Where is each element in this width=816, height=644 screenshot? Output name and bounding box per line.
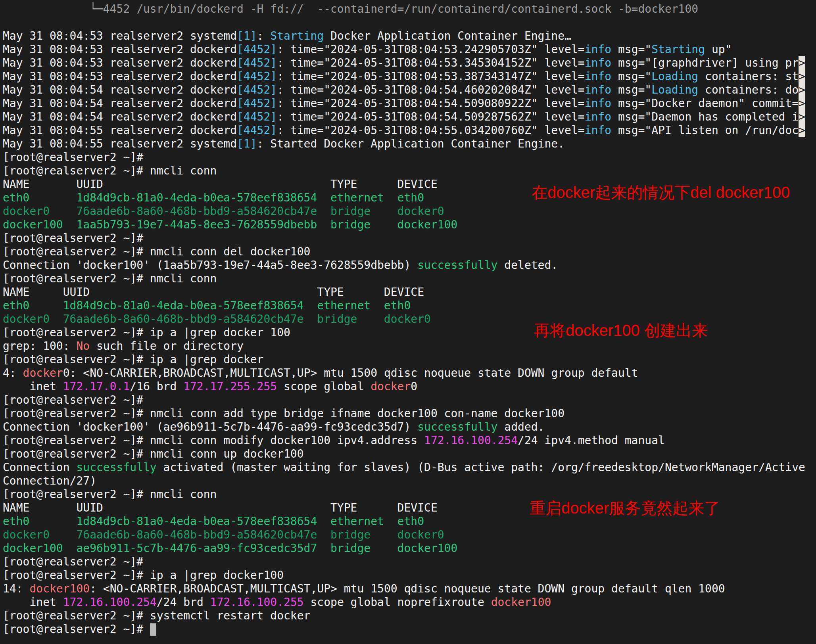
terminal-cursor [150, 623, 156, 636]
text-segment: [root@realserver2 ~]# nmcli conn [3, 488, 217, 501]
prompt-nmcli-del: [root@realserver2 ~]# nmcli conn del doc… [3, 245, 814, 259]
terminal-output[interactable]: └─4452 /usr/bin/dockerd -H fd:// --conta… [3, 2, 814, 636]
text-segment: info [585, 56, 611, 69]
text-segment: info [585, 83, 611, 96]
text-segment: [4452] [237, 110, 277, 123]
text-segment: added. [497, 420, 544, 433]
text-segment: docker0 76aade6b-8a60-468b-bbd9-a584620c… [3, 312, 431, 326]
text-segment: May 31 08:04:53 realserver2 dockerd [3, 43, 237, 56]
line-truncation-marker: > [799, 110, 805, 124]
annotation-text-segment: 再将 [534, 321, 566, 339]
nmcli-table3-row-docker0: docker0 76aade6b-8a60-468b-bbd9-a584620c… [3, 528, 814, 542]
blank-line [3, 16, 814, 29]
text-segment: [root@realserver2 ~]# nmcli conn modify … [3, 434, 424, 447]
text-segment: May 31 08:04:55 realserver2 dockerd [3, 124, 237, 137]
text-segment: /24 brd [157, 596, 210, 609]
text-segment: 0 [411, 380, 417, 393]
annotation-text-segment: 重启 [530, 499, 561, 517]
line-truncation-marker: > [799, 97, 805, 110]
text-segment: Docker Application Container Engine… [324, 29, 571, 42]
text-segment: May 31 08:04:54 realserver2 dockerd [3, 83, 237, 96]
text-segment: May 31 08:04:55 realserver2 systemd [3, 137, 237, 150]
text-segment: [root@realserver2 ~]# nmcli conn up dock… [3, 447, 304, 460]
journal-line-api-listen: May 31 08:04:55 realserver2 dockerd[4452… [3, 124, 814, 137]
prompt-nmcli-conn: [root@realserver2 ~]# nmcli conn [3, 272, 814, 286]
journal-line-loading-start: May 31 08:04:53 realserver2 dockerd[4452… [3, 70, 814, 83]
text-segment: Loading [651, 83, 698, 96]
text-segment: No [76, 339, 90, 353]
annotation-text-segment: 起来的情况下 [595, 183, 690, 201]
nmcli-deleted-message: Connection 'docker100' (1aa5b793-19e7-44… [3, 259, 814, 272]
text-segment: such file or directory [90, 339, 244, 353]
ip-docker0-line: 4: docker0: <NO-CARRIER,BROADCAST,MULTIC… [3, 366, 814, 380]
text-segment: 0: <NO-CARRIER,BROADCAST,MULTICAST,UP> m… [63, 366, 638, 380]
annotation-text-segment: 在 [532, 183, 547, 201]
text-segment: Connection [3, 461, 76, 474]
text-segment: [4452] [237, 43, 277, 56]
text-segment: May 31 08:04:54 realserver2 dockerd [3, 110, 237, 123]
text-segment: [root@realserver2 ~]# ip a |grep docker1… [3, 569, 284, 582]
annotation-text-segment: docker [561, 499, 609, 517]
text-segment: up" [705, 43, 732, 56]
text-segment: info [585, 97, 611, 110]
text-segment: [1] [237, 137, 257, 150]
text-segment: May 31 08:04:53 realserver2 systemd [3, 29, 237, 42]
text-segment: msg="[graphdriver] using pr [611, 56, 799, 69]
text-segment: : time="2024-05-31T08:04:53.345304152Z" … [277, 56, 584, 69]
prompt-grep-docker: [root@realserver2 ~]# ip a |grep docker [3, 353, 814, 366]
text-segment: [4452] [237, 97, 277, 110]
journal-line-starting-up: May 31 08:04:53 realserver2 dockerd[4452… [3, 43, 814, 56]
nmcli-activated-message: Connection successfully activated (maste… [3, 461, 814, 474]
text-segment: [root@realserver2 ~]# nmcli conn [3, 164, 217, 177]
nmcli-table1-row-docker100: docker100 1aa5b793-19e7-44a5-8ee3-762855… [3, 218, 814, 232]
text-segment: NAME UUID TYPE DEVICE [3, 178, 438, 191]
text-segment: activated (master waiting for slaves) (D… [157, 461, 805, 474]
text-segment: docker100 1aa5b793-19e7-44a5-8ee3-762855… [3, 218, 457, 231]
text-segment: containers: st [698, 70, 799, 83]
text-segment: Connection 'docker100' (1aa5b793-19e7-44… [3, 259, 417, 272]
text-segment: : time="2024-05-31T08:04:53.387343147Z" … [277, 70, 584, 83]
nmcli-table1-row-docker0: docker0 76aade6b-8a60-468b-bbd9-a584620c… [3, 205, 814, 218]
text-segment: 172.17.255.255 [183, 380, 277, 393]
journal-line-starting: May 31 08:04:53 realserver2 systemd[1]: … [3, 29, 814, 43]
line-truncation-marker: > [799, 83, 805, 97]
text-segment: 172.16.100.255 [210, 596, 304, 609]
text-segment: : time="2024-05-31T08:04:53.242905703Z" … [277, 43, 584, 56]
text-segment: [4452] [237, 83, 277, 96]
prompt-line: [root@realserver2 ~]# [3, 555, 814, 569]
text-segment: successfully [76, 461, 156, 474]
line-truncation-marker: > [799, 56, 805, 70]
text-segment: info [585, 124, 611, 137]
text-segment: : <NO-CARRIER,BROADCAST,MULTICAST,UP> mt… [90, 582, 725, 595]
text-segment: docker0 76aade6b-8a60-468b-bbd9-a584620c… [3, 205, 444, 218]
text-segment: [root@realserver2 ~]# ip a |grep docker [3, 353, 263, 366]
text-segment: msg="Docker daemon" commit= [611, 97, 799, 110]
line-truncation-marker: > [799, 124, 805, 137]
text-segment: [root@realserver2 ~]# [3, 151, 150, 164]
journal-line-loading-done: May 31 08:04:54 realserver2 dockerd[4452… [3, 83, 814, 97]
text-segment: [4452] [237, 124, 277, 137]
text-segment: : [257, 29, 271, 42]
text-segment: [root@realserver2 ~]# nmcli conn add typ… [3, 407, 564, 420]
text-segment: msg="API listen on /run/doc [611, 124, 799, 137]
prompt-line: [root@realserver2 ~]# [3, 151, 814, 164]
text-segment: scope global [277, 380, 371, 393]
text-segment: [root@realserver2 ~]# nmcli conn [3, 272, 217, 285]
journal-line-daemon-commit: May 31 08:04:54 realserver2 dockerd[4452… [3, 97, 814, 110]
text-segment: : time="2024-05-31T08:04:54.460202084Z" … [277, 83, 584, 96]
grep-error-line: grep: 100: No such file or directory [3, 339, 814, 353]
nmcli-table2-row-eth0: eth0 1d84d9cb-81a0-4eda-b0ea-578eef83865… [3, 299, 814, 312]
text-segment: [root@realserver2 ~]# [3, 623, 150, 636]
text-segment: grep: 100: [3, 339, 76, 353]
annotation-recreate-docker100: 再将docker100 创建出来 [534, 321, 708, 339]
text-segment: successfully [417, 259, 497, 272]
text-segment: [root@realserver2 ~]# [3, 393, 150, 406]
text-segment: [root@realserver2 ~]# [3, 232, 150, 245]
text-segment: : time="2024-05-31T08:04:55.034200760Z" … [277, 124, 584, 137]
text-segment: 4: [3, 366, 23, 380]
prompt-line: [root@realserver2 ~]# [3, 232, 814, 245]
nmcli-activated-wrap: Connection/27) [3, 474, 814, 488]
text-segment: scope global noprefixroute [304, 596, 491, 609]
text-segment: 172.16.100.254 [424, 434, 518, 447]
text-segment: inet [3, 596, 63, 609]
